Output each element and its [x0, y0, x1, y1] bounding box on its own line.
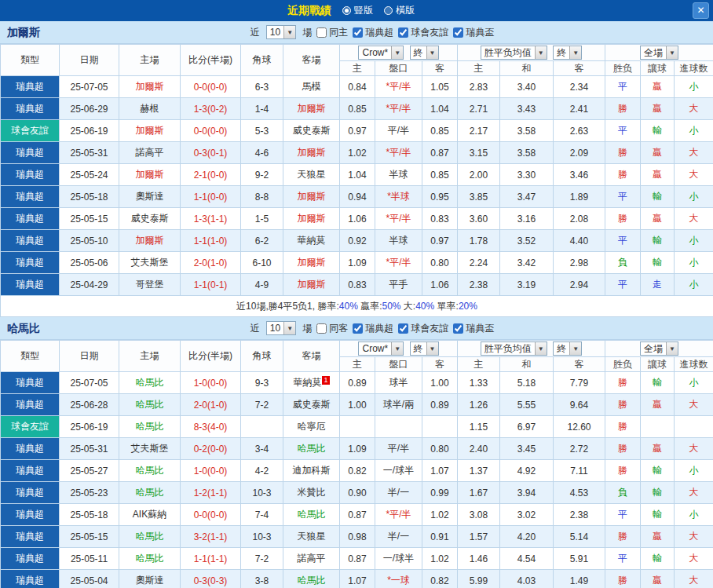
euro-time-select[interactable]: 終▼ — [553, 341, 582, 356]
away-team[interactable]: 諾高平 — [283, 548, 340, 570]
away-team[interactable]: 華納莫1 — [283, 372, 340, 394]
league-badge[interactable]: 瑞典超 — [1, 438, 60, 460]
same-home-checkbox[interactable]: 同主 — [316, 26, 348, 39]
away-team[interactable]: 迪加科斯 — [283, 460, 340, 482]
league-badge[interactable]: 瑞典超 — [1, 252, 60, 274]
league-badge[interactable]: 球會友誼 — [1, 416, 60, 438]
scope-select[interactable]: 全場▼ — [640, 46, 678, 60]
home-team[interactable]: 加爾斯 — [119, 230, 181, 252]
checkbox[interactable] — [398, 27, 408, 38]
home-team[interactable]: 加爾斯 — [119, 76, 181, 98]
scope-select[interactable]: 全場▼ — [640, 341, 678, 356]
league-badge[interactable]: 球會友誼 — [1, 120, 60, 142]
away-team[interactable]: 加爾斯 — [283, 186, 340, 208]
league-badge[interactable]: 瑞典超 — [1, 394, 60, 416]
home-team[interactable]: 哥登堡 — [119, 274, 181, 296]
result-handicap: 走 — [641, 274, 675, 296]
col-euro-away: 客 — [554, 357, 605, 372]
away-team[interactable]: 加爾斯 — [283, 208, 340, 230]
bookmaker-select[interactable]: Crow*▼ — [358, 341, 404, 356]
away-team[interactable]: 威史泰斯 — [283, 120, 340, 142]
home-team[interactable]: 奧斯達 — [119, 186, 181, 208]
asia-away-odds: 0.87 — [422, 142, 458, 164]
league-checkbox-super[interactable]: 瑞典超 — [353, 322, 393, 335]
league-badge[interactable]: 瑞典超 — [1, 230, 60, 252]
away-team[interactable]: 威史泰斯 — [283, 394, 340, 416]
league-checkbox-cup[interactable]: 瑞典盃 — [453, 26, 494, 39]
home-team[interactable]: AIK蘇納 — [119, 504, 181, 526]
league-badge[interactable]: 瑞典超 — [1, 186, 60, 208]
away-team[interactable]: 天狼星 — [283, 526, 340, 548]
home-team[interactable]: 赫根 — [119, 98, 181, 120]
league-badge[interactable]: 瑞典超 — [1, 526, 60, 548]
league-badge[interactable]: 瑞典超 — [1, 208, 60, 230]
league-badge[interactable]: 瑞典超 — [1, 482, 60, 504]
home-team[interactable]: 加爾斯 — [119, 164, 181, 186]
home-team[interactable]: 威史泰斯 — [119, 208, 181, 230]
checkbox[interactable] — [316, 323, 327, 334]
away-team[interactable]: 哈馬比 — [283, 570, 340, 588]
checkbox[interactable] — [316, 27, 327, 38]
checkbox[interactable] — [453, 323, 463, 334]
league-badge[interactable]: 瑞典超 — [1, 460, 60, 482]
asia-time-select[interactable]: 終▼ — [410, 341, 439, 356]
league-badge[interactable]: 瑞典超 — [1, 98, 60, 120]
layout-radio-vertical[interactable]: 豎版 — [342, 4, 373, 17]
home-team[interactable]: 哈馬比 — [119, 548, 181, 570]
close-icon[interactable]: ✕ — [693, 2, 709, 19]
home-team[interactable]: 哈馬比 — [119, 416, 181, 438]
league-badge[interactable]: 瑞典超 — [1, 76, 60, 98]
match-count-select[interactable]: 10▼ — [266, 25, 296, 39]
asia-time-select[interactable]: 終▼ — [410, 46, 439, 60]
layout-radio-horizontal[interactable]: 橫版 — [384, 4, 415, 17]
checkbox[interactable] — [453, 27, 463, 38]
home-team[interactable]: 加爾斯 — [119, 120, 181, 142]
away-team[interactable]: 華納莫 — [283, 230, 340, 252]
league-badge[interactable]: 瑞典超 — [1, 548, 60, 570]
asia-home-odds: 0.98 — [340, 526, 375, 548]
away-team[interactable]: 加爾斯 — [283, 252, 340, 274]
checkbox[interactable] — [353, 27, 363, 38]
home-team[interactable]: 諾高平 — [119, 142, 181, 164]
away-team[interactable]: 加爾斯 — [283, 274, 340, 296]
away-team[interactable]: 馬模 — [283, 76, 340, 98]
league-badge[interactable]: 瑞典超 — [1, 164, 60, 186]
away-team[interactable]: 米贊比 — [283, 482, 340, 504]
away-team[interactable]: 哈馬比 — [283, 438, 340, 460]
corners: 1-4 — [241, 98, 283, 120]
league-badge[interactable]: 瑞典超 — [1, 274, 60, 296]
league-badge[interactable]: 瑞典超 — [1, 570, 60, 588]
home-team[interactable]: 哈馬比 — [119, 460, 181, 482]
col-asia-handicap: 盤口 — [375, 61, 422, 76]
corners: 7-2 — [241, 548, 283, 570]
checkbox[interactable] — [398, 323, 408, 334]
away-team[interactable]: 加爾斯 — [283, 98, 340, 120]
away-team[interactable]: 天狼星 — [283, 164, 340, 186]
match-count-select[interactable]: 10▼ — [266, 321, 296, 335]
away-team[interactable]: 哈寧厄 — [283, 416, 340, 438]
league-badge[interactable]: 瑞典超 — [1, 372, 60, 394]
league-checkbox-super[interactable]: 瑞典超 — [353, 26, 393, 39]
bookmaker-select[interactable]: Crow*▼ — [358, 46, 404, 60]
home-team[interactable]: 艾夫斯堡 — [119, 252, 181, 274]
euro-average-select[interactable]: 胜平负均值▼ — [481, 341, 547, 356]
home-team[interactable]: 哈馬比 — [119, 394, 181, 416]
same-away-checkbox[interactable]: 同客 — [316, 322, 348, 335]
league-badge[interactable]: 瑞典超 — [1, 142, 60, 164]
home-team[interactable]: 奧斯達 — [119, 570, 181, 588]
league-checkbox-cup[interactable]: 瑞典盃 — [453, 322, 494, 335]
asia-handicap — [375, 416, 422, 438]
league-checkbox-friendly[interactable]: 球會友誼 — [398, 322, 448, 335]
home-team[interactable]: 哈馬比 — [119, 482, 181, 504]
away-team[interactable]: 哈馬比 — [283, 504, 340, 526]
chevron-down-icon: ▼ — [283, 26, 295, 38]
euro-time-select[interactable]: 終▼ — [553, 46, 582, 60]
away-team[interactable]: 加爾斯 — [283, 142, 340, 164]
home-team[interactable]: 哈馬比 — [119, 372, 181, 394]
home-team[interactable]: 艾夫斯堡 — [119, 438, 181, 460]
league-badge[interactable]: 瑞典超 — [1, 504, 60, 526]
home-team[interactable]: 哈馬比 — [119, 526, 181, 548]
checkbox[interactable] — [353, 323, 363, 334]
league-checkbox-friendly[interactable]: 球會友誼 — [398, 26, 448, 39]
euro-average-select[interactable]: 胜平负均值▼ — [481, 46, 547, 60]
